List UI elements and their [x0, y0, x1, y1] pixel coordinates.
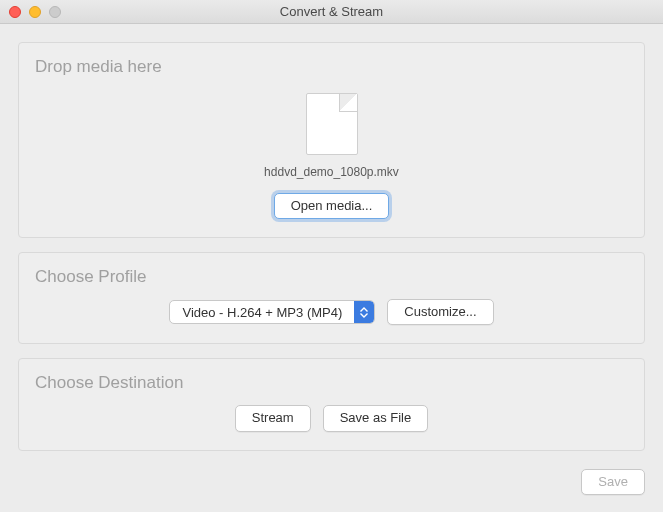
choose-destination-heading: Choose Destination [35, 373, 628, 393]
dropped-file-name: hddvd_demo_1080p.mkv [264, 165, 399, 179]
titlebar: Convert & Stream [0, 0, 663, 24]
save-button: Save [581, 469, 645, 495]
profile-select[interactable]: Video - H.264 + MP3 (MP4) [169, 300, 375, 324]
file-icon [306, 93, 358, 155]
drop-area[interactable]: hddvd_demo_1080p.mkv Open media... [35, 89, 628, 219]
choose-profile-heading: Choose Profile [35, 267, 628, 287]
maximize-window-button [49, 6, 61, 18]
traffic-lights [9, 6, 61, 18]
window-body: Drop media here hddvd_demo_1080p.mkv Ope… [0, 24, 663, 507]
minimize-window-button[interactable] [29, 6, 41, 18]
open-media-button[interactable]: Open media... [274, 193, 390, 219]
footer: Save [18, 465, 645, 495]
save-as-file-button[interactable]: Save as File [323, 405, 429, 431]
choose-destination-panel: Choose Destination Stream Save as File [18, 358, 645, 450]
chevron-updown-icon [354, 301, 374, 323]
drop-media-panel: Drop media here hddvd_demo_1080p.mkv Ope… [18, 42, 645, 238]
customize-profile-button[interactable]: Customize... [387, 299, 493, 325]
file-icon-fold [339, 94, 357, 112]
close-window-button[interactable] [9, 6, 21, 18]
drop-media-heading: Drop media here [35, 57, 628, 77]
profile-select-value: Video - H.264 + MP3 (MP4) [170, 301, 354, 323]
window-title: Convert & Stream [0, 4, 663, 19]
choose-profile-panel: Choose Profile Video - H.264 + MP3 (MP4)… [18, 252, 645, 344]
stream-button[interactable]: Stream [235, 405, 311, 431]
